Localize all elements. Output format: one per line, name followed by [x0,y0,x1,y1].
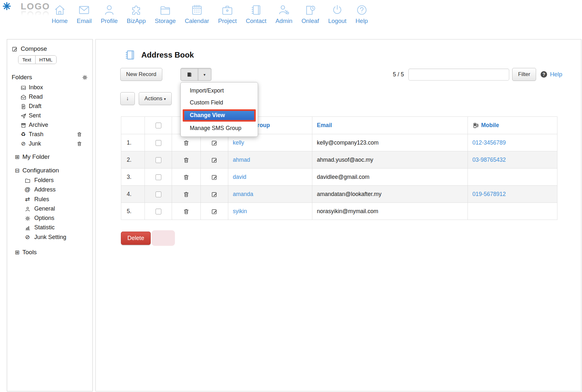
filter-button[interactable]: Filter [512,68,536,81]
contact-name-link[interactable]: ahmad [233,157,250,163]
mail-icon [78,4,90,16]
sidebar-item-my-folder[interactable]: ⊞ My Folder [12,152,92,162]
contact-name-link[interactable]: kelly [233,139,244,146]
sidebar-item-folders[interactable]: Folders [12,176,92,185]
nav-item-contact[interactable]: Contact [246,4,266,25]
nav-item-project[interactable]: Project [218,4,237,25]
nav-item-storage[interactable]: Storage [155,4,176,25]
view-dropdown-toggle[interactable]: ▾ [198,68,211,81]
chart-icon [24,224,31,231]
user2-icon [24,205,31,212]
book-icon [186,71,192,78]
configuration-label: Configuration [22,167,59,174]
delete-row-icon[interactable] [183,157,189,163]
edit-row-icon[interactable] [211,174,218,180]
delete-button[interactable]: Delete [121,232,151,245]
sidebar-item-options[interactable]: Options [12,213,92,223]
contact-name-link[interactable]: david [233,174,246,180]
edit-row-icon[interactable] [211,208,218,215]
sidebar-item-junk-setting[interactable]: ⊘ Junk Setting [12,232,92,242]
sidebar-folder-trash[interactable]: ♻ Trash [12,130,92,139]
row-checkbox[interactable] [156,209,161,214]
folder2-icon [24,177,31,184]
compose-html-button[interactable]: HTML [35,56,57,64]
file-icon [20,103,27,109]
nav-item-onleaf[interactable]: Onleaf [301,4,319,25]
sidebar-folder-inbox[interactable]: Inbox [12,83,92,92]
send-icon [20,112,27,119]
top-nav: LOGO LOGO Home Email Profile BizApp Stor… [0,0,582,34]
select-all-checkbox[interactable] [156,123,161,128]
compose-label: Compose [21,45,47,52]
nav-item-calendar[interactable]: Calendar [185,4,209,25]
actions-dropdown-button[interactable]: Actions ▾ [139,92,172,105]
folders-settings-gear-icon[interactable] [82,74,88,81]
delete-row-icon[interactable] [183,140,189,146]
menu-item-manage-sms-group[interactable]: Manage SMS Group [181,122,258,134]
sidebar-folder-sent[interactable]: Sent [12,111,92,120]
sidebar-folder-draft[interactable]: Draft [12,102,92,111]
mobile-phone-icon [472,122,479,129]
contact-mobile-link[interactable]: 03-98765432 [472,157,506,163]
delete-row-icon[interactable] [183,208,189,215]
envopen-icon [20,93,27,100]
edit-row-icon[interactable] [211,157,218,163]
glyph-icon: @ [24,186,31,193]
row-checkbox[interactable] [156,157,161,163]
sidebar-item-statistic[interactable]: Statistic [12,223,92,232]
menu-item-import-export[interactable]: Import/Export [181,85,258,97]
nav-item-profile[interactable]: Profile [101,4,118,25]
email-column-header[interactable]: Email [317,122,332,128]
contact-name-link[interactable]: amanda [233,191,253,197]
sidebar-folder-read[interactable]: Read [12,92,92,102]
compose-text-button[interactable]: Text [18,56,35,64]
menu-item-custom-field[interactable]: Custom Field [181,97,258,109]
view-split-button: ▾ [180,68,211,81]
power-icon [331,4,343,16]
help-link[interactable]: Help [550,71,562,78]
row-checkbox[interactable] [156,140,161,146]
tools-label: Tools [22,249,37,256]
disabled-button-placeholder [152,230,175,246]
contact-mobile-link[interactable]: 019-5678912 [472,191,506,197]
menu-item-change-view[interactable]: Change View [183,109,256,122]
nav-item-admin[interactable]: Admin [275,4,292,25]
address-book-view-button[interactable] [180,68,198,81]
empty-folder-trash-icon[interactable] [77,132,82,137]
nav-items: Home Email Profile BizApp Storage Calend… [52,4,368,25]
nav-item-bizapp[interactable]: BizApp [127,4,146,25]
contact-mobile-link[interactable]: 012-3456789 [472,139,506,146]
glyph-icon: ⊘ [20,140,27,147]
nav-item-help[interactable]: Help [355,4,368,25]
sidebar-folder-archive[interactable]: Archive [12,120,92,130]
nav-item-home[interactable]: Home [52,4,68,25]
new-record-button[interactable]: New Record [120,68,162,81]
row-checkbox[interactable] [156,191,161,197]
filter-input[interactable] [408,69,509,81]
sidebar-item-general[interactable]: General [12,204,92,213]
sidebar-folder-junk[interactable]: ⊘ Junk [12,139,92,148]
expand-icon[interactable]: ⊞ [15,249,19,256]
sidebar-item-tools[interactable]: ⊞ Tools [12,247,92,257]
move-down-button[interactable]: ↓ [120,92,135,105]
cal-icon [191,4,203,16]
compose-pencil-icon [12,46,18,52]
delete-row-icon[interactable] [183,191,189,198]
row-checkbox[interactable] [156,174,161,180]
contact-email: ahmad.yusof@aoc.my [312,151,468,169]
nav-item-logout[interactable]: Logout [328,4,347,25]
empty-folder-trash-icon[interactable] [77,141,82,147]
sidebar-item-rules[interactable]: ⇄ Rules [12,194,92,204]
delete-row-icon[interactable] [183,174,189,180]
sidebar-item-configuration[interactable]: ⊟ Configuration [12,165,92,176]
contact-name-link[interactable]: syikin [233,208,247,214]
edit-row-icon[interactable] [211,140,218,146]
mobile-column-header[interactable]: Mobile [481,122,499,128]
puzzle-icon [130,4,142,16]
edit-row-icon[interactable] [211,191,218,198]
sidebar-item-address[interactable]: @ Address [12,185,92,194]
collapse-icon[interactable]: ⊟ [15,167,19,174]
nav-item-email[interactable]: Email [77,4,92,25]
compose-button[interactable]: Compose [12,45,92,52]
expand-icon[interactable]: ⊞ [15,154,19,160]
